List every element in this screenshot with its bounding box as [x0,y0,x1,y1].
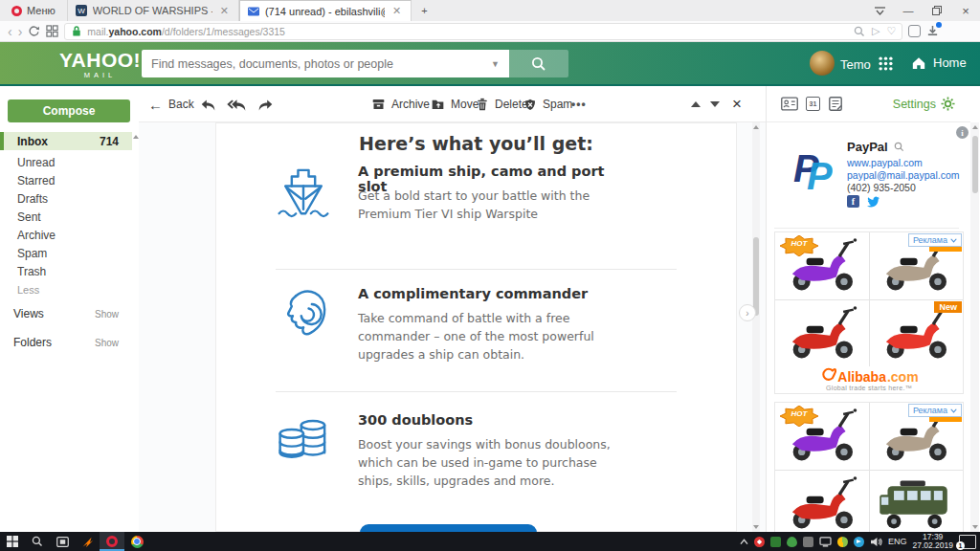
tab-world-of-warships[interactable]: W WORLD OF WARSHIPS -> ✕ [68,0,239,21]
mail-search-input[interactable] [142,57,481,71]
browser-menu-button[interactable]: Меню [0,0,68,21]
hidden-icons-caret[interactable] [740,539,748,545]
compose-button[interactable]: Compose [8,99,130,122]
taskbar-clock[interactable]: 17:39 27.02.2019 [912,533,953,550]
bookmark-heart-icon[interactable]: ♡ [886,25,896,37]
reply-all-button[interactable] [227,86,247,122]
facebook-icon[interactable]: f [847,195,859,208]
tray-app2-icon[interactable] [837,537,848,547]
url-field[interactable]: mail.yahoo.com/d/folders/1/messages/3315… [64,23,902,40]
ad-product-van-green[interactable] [870,471,964,538]
panel-scrollbar[interactable] [970,122,979,532]
move-button[interactable]: Move [431,86,479,122]
scroll-down-arrow[interactable] [970,522,979,532]
user-avatar[interactable] [810,51,835,76]
contact-website-link[interactable]: www.paypal.com [847,157,923,168]
reply-button[interactable] [200,86,216,122]
paypal-logo-icon: P P [793,145,837,195]
reload-icon[interactable] [28,25,40,37]
mail-search-button[interactable] [509,50,568,77]
tab-yahoo-mail[interactable]: (714 unread) - ebilashvili@ ✕ [239,0,412,21]
downloads-icon[interactable] [926,25,939,37]
scroll-up-arrow[interactable] [970,125,979,129]
sidebar-item-less[interactable]: Less [0,280,132,298]
network-icon[interactable] [819,537,832,547]
ad-label-toggle[interactable]: Реклама [908,233,962,247]
more-actions-button[interactable]: ••• [571,86,587,122]
sidebar-item-inbox[interactable]: Inbox714 [0,132,132,150]
chrome-taskbar-button[interactable] [124,532,149,551]
home-button[interactable]: Home [911,55,967,70]
action-center-icon[interactable]: 1 [959,535,976,549]
tray-app-icon[interactable] [754,537,765,547]
search-chevron-icon[interactable]: ▼ [481,59,509,69]
yahoo-mail-logo[interactable]: YAHOO! MAIL [59,50,141,79]
close-message-button[interactable]: × [732,86,742,122]
task-view-button[interactable] [50,532,75,551]
folders-show-link[interactable]: Show [95,338,119,348]
next-message-button[interactable] [710,86,720,122]
sidebar-item-starred[interactable]: Starred [0,171,132,189]
ad-block[interactable]: HOT Реклама New Alibaba.com Global trade… [774,231,964,394]
ad-product-scooter-red[interactable] [775,300,869,367]
extension-icon[interactable] [908,25,921,37]
tab-close-icon[interactable]: ✕ [390,5,403,17]
views-show-link[interactable]: Show [95,309,119,320]
info-icon[interactable]: i [956,126,969,139]
sidebar-section-folders: Folders Show [0,335,132,350]
apps-grid-icon[interactable] [879,56,893,71]
tray-input-icon[interactable] [803,537,813,547]
sidebar-item-archive[interactable]: Archive [0,226,132,244]
scroll-thumb[interactable] [972,136,978,193]
game-center-button[interactable] [75,532,100,551]
ad-product-scooter-red[interactable] [775,471,869,538]
search-page-icon[interactable] [854,26,865,37]
tray-antivirus-icon[interactable] [787,537,797,547]
contacts-icon[interactable] [781,97,798,111]
archive-button[interactable]: Archive [371,86,430,122]
sidebar-item-trash[interactable]: Trash [0,262,132,280]
opera-taskbar-button[interactable] [100,532,124,551]
forward-button[interactable] [257,86,274,122]
sidebar-item-spam[interactable]: Spam [0,244,132,262]
forward-nav-icon[interactable]: › [18,25,23,38]
contact-search-icon[interactable] [894,142,904,152]
telegram-icon[interactable] [854,537,864,547]
calendar-icon[interactable]: 31 [806,97,820,111]
tab-menu-icon[interactable] [865,0,894,21]
new-tab-button[interactable]: + [412,0,436,21]
scroll-thumb[interactable] [753,237,759,316]
alibaba-footer[interactable]: Alibaba.com Global trade starts here.™ [775,366,963,391]
start-button[interactable] [0,532,25,551]
contact-email-link[interactable]: paypal@mail.paypal.com [847,169,959,181]
send-to-device-icon[interactable]: ▷ [872,25,880,37]
twitter-icon[interactable] [866,195,880,208]
sidebar-item-drafts[interactable]: Drafts [0,189,132,208]
message-scrollbar[interactable] [752,122,760,532]
taskbar-search-button[interactable] [25,532,50,551]
svg-text:P: P [807,155,833,195]
sidebar-item-sent[interactable]: Sent [0,208,132,226]
scroll-down-arrow[interactable] [752,522,760,532]
tab-close-icon[interactable]: ✕ [218,5,231,17]
sidebar-item-unread[interactable]: Unread [0,153,132,171]
minimize-button[interactable]: — [894,0,923,21]
close-button[interactable]: × [951,0,980,21]
back-button[interactable]: ← Back [148,86,194,122]
notepad-icon[interactable] [829,97,842,111]
language-indicator[interactable]: ENG [888,537,907,546]
back-nav-icon[interactable]: ‹ [8,25,12,38]
settings-button[interactable]: Settings [893,97,955,111]
scroll-up-arrow[interactable] [752,125,760,129]
speed-dial-icon[interactable] [46,25,58,37]
collapse-rail-toggle[interactable]: › [739,304,756,321]
volume-icon[interactable] [870,537,882,547]
spam-button[interactable]: Spam [523,86,572,122]
restore-button[interactable] [923,0,951,21]
delete-button[interactable]: Delete [476,86,528,122]
prev-message-button[interactable] [691,86,701,122]
ad-label-toggle[interactable]: Реклама [908,404,962,417]
user-name[interactable]: Temo [840,57,871,72]
tray-card-icon[interactable] [770,537,781,547]
ad-block[interactable]: HOT Реклама [774,402,964,539]
